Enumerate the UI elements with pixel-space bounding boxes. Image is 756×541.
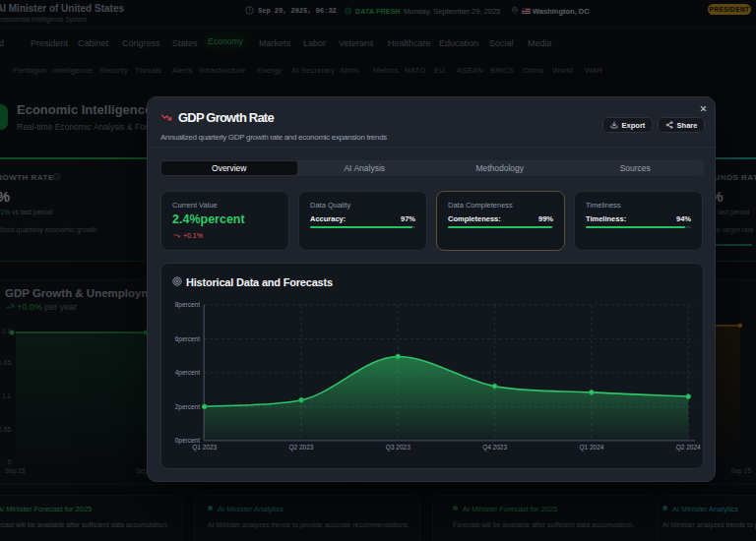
- svg-text:2percent: 2percent: [175, 403, 200, 411]
- svg-text:Q1 2024: Q1 2024: [579, 444, 603, 451]
- svg-text:6percent: 6percent: [175, 335, 200, 343]
- svg-text:Q4 2023: Q4 2023: [482, 444, 507, 451]
- svg-text:Q1 2023: Q1 2023: [192, 444, 217, 451]
- svg-text:Q2 2024: Q2 2024: [676, 444, 701, 451]
- svg-text:Q2 2023: Q2 2023: [289, 444, 314, 451]
- svg-text:4percent: 4percent: [175, 369, 200, 377]
- svg-text:Q3 2023: Q3 2023: [386, 444, 410, 451]
- svg-text:8percent: 8percent: [175, 301, 200, 309]
